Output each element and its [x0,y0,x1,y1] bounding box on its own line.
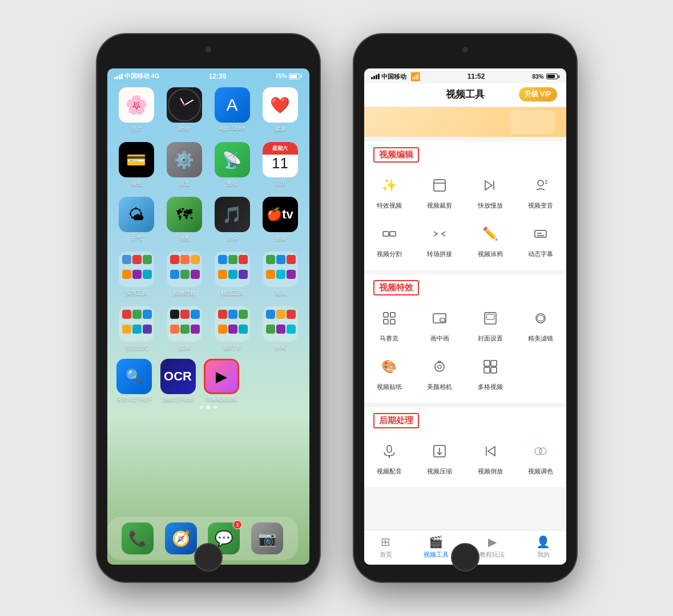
svg-rect-28 [387,445,392,452]
dock-phone[interactable]: 📞 [122,522,154,554]
compress-icon [427,439,452,464]
feature-voice-dub[interactable]: 视频配音 [364,433,415,481]
feature-pip[interactable]: 画中画 [414,300,465,348]
color-grade-icon [528,439,553,464]
section-post-process: 后期处理 视频配音 视频压缩 [364,407,566,487]
app-calendar[interactable]: 星期六 11 日历 [260,142,300,188]
front-camera [205,47,211,52]
carrier-label-2: 中国移动 [381,72,406,81]
app-health[interactable]: ❤️ 健康 [260,87,300,133]
voice-dub-icon [377,439,402,464]
mosaic-icon [377,306,402,331]
app-find[interactable]: 📡 查找 [212,142,252,188]
feature-doodle[interactable]: ✏️ 视频涂鸦 [465,216,516,264]
app-appstore[interactable]: A App Store [212,87,252,133]
folder-leisure-label: 休闲 [275,344,286,352]
section-title-effects: 视频特效 [373,280,419,295]
app-ocr2[interactable]: OCR 迅捷文字识别 [160,359,196,403]
sticker-label: 视频贴纸 [377,383,402,391]
feature-special-effects[interactable]: ✨ 特效视频 [364,167,415,216]
nav-video-tools[interactable]: 🎬 视频工具 [424,535,449,559]
app-tv[interactable]: 🍎tv 视频 [260,197,300,242]
svg-rect-9 [535,230,546,237]
feature-voice-change[interactable]: 视频变音 [515,167,566,216]
folder-utilities[interactable]: 实用工具 [116,252,156,297]
app-status-bar: 中国移动 📶 11:52 83% [364,68,566,83]
folder-media[interactable]: 媒体 [164,306,204,352]
app-photos[interactable]: 🌸 照片 [116,87,156,133]
svg-point-4 [538,180,543,186]
reverse-label: 视频倒放 [478,467,503,476]
app-appstore-label: App Store [219,125,244,131]
vip-button[interactable]: 升级 VIP [519,87,557,102]
folder-lifestyle[interactable]: 生活方式 [116,306,156,352]
phone-2: 中国移动 📶 11:52 83% 视频工具 升级 VIP [354,34,577,582]
app-grid-row2: 💳 钱包 ⚙️ 设置 📡 查找 [107,137,309,192]
app-settings[interactable]: ⚙️ 设置 [164,142,204,188]
app-music[interactable]: 🎵 音乐 [212,197,252,242]
section-title-post: 后期处理 [373,413,419,428]
battery-info: 75% [275,73,302,79]
folder-comm-label: 通讯 [275,289,286,297]
section-video-effects: 视频特效 马赛克 画中画 [364,274,566,403]
mosaic-label: 马赛克 [380,334,398,343]
feature-cover[interactable]: 封面设置 [465,300,516,348]
folder-shopping[interactable]: 购物理财 [164,252,204,297]
svg-rect-17 [440,318,445,322]
battery-percent: 75% [275,73,287,79]
feature-beauty-cam[interactable]: 美颜相机 [414,348,465,397]
feature-multi[interactable]: 多格视频 [465,348,516,397]
section-video-edit: 视频编辑 ✨ 特效视频 视频裁剪 [364,141,566,270]
app-ocr[interactable]: 🔍 录音转文字助手 [116,359,152,403]
reverse-icon [478,439,503,464]
app-weather-label: 天气 [131,234,142,242]
app-content-scroll[interactable]: 视频编辑 ✨ 特效视频 视频裁剪 [364,137,566,530]
app-find-label: 查找 [227,180,238,188]
phone2-screen: 中国移动 📶 11:52 83% 视频工具 升级 VIP [364,68,566,565]
feature-mosaic[interactable]: 马赛克 [364,300,415,348]
folder-leisure[interactable]: 休闲 [260,306,300,352]
voice-change-label: 视频变音 [528,201,553,210]
app-grid-row5: 生活方式 媒体 [107,302,309,356]
nav-mine-label: 我的 [537,550,550,559]
app-wallet[interactable]: 💳 钱包 [116,142,156,188]
feature-video-crop[interactable]: 视频裁剪 [414,167,465,216]
app-video-editor-label: 清爽视频编辑 [206,396,237,403]
nav-video-tools-label: 视频工具 [424,550,449,559]
folder-tools[interactable]: 精品工具 [212,252,252,297]
section-header-post: 后期处理 [364,413,566,433]
app-weather[interactable]: 🌤 天气 [116,197,156,242]
feature-split[interactable]: 视频分割 [364,216,415,264]
home-button[interactable] [194,543,223,572]
dock-camera[interactable]: 📷 [251,522,283,554]
app-clock[interactable]: 时钟 [164,87,204,133]
app-video-editor-highlighted[interactable]: ▶ 清爽视频编辑 [204,359,239,403]
transition-icon [427,221,452,246]
feature-sticker[interactable]: 🎨 视频贴纸 [364,348,415,397]
svg-rect-26 [484,367,490,373]
folder-comm[interactable]: 通讯 [260,252,300,297]
nav-tutorial[interactable]: ▶ 教程玩法 [479,535,505,559]
color-grade-label: 视频调色 [528,467,553,476]
pip-icon [427,306,452,331]
feature-color-grade[interactable]: 视频调色 [515,433,566,481]
feature-compress[interactable]: 视频压缩 [414,433,465,481]
feature-filter[interactable]: 精美滤镜 [515,300,566,348]
feature-subtitle[interactable]: 动态字幕 [515,216,566,264]
speed-icon [478,173,503,198]
promo-banner[interactable] [364,107,566,137]
svg-rect-27 [491,367,497,373]
feature-transition[interactable]: 转场拼接 [414,216,465,264]
app-maps[interactable]: 🗺 地图 [164,197,204,242]
dock-safari[interactable]: 🧭 [165,522,197,554]
svg-rect-25 [491,360,497,366]
home-button-2[interactable] [451,543,479,572]
nav-mine[interactable]: 👤 我的 [536,535,550,559]
svg-marker-32 [488,447,495,456]
feature-speed[interactable]: 快放慢放 [465,167,516,216]
feature-reverse[interactable]: 视频倒放 [465,433,516,481]
nav-home-label: 首页 [380,550,392,559]
nav-home[interactable]: ⊞ 首页 [380,535,392,559]
folder-bank[interactable]: 银行卡 [212,306,252,352]
app-grid-row4: 实用工具 购物理财 [107,247,309,302]
